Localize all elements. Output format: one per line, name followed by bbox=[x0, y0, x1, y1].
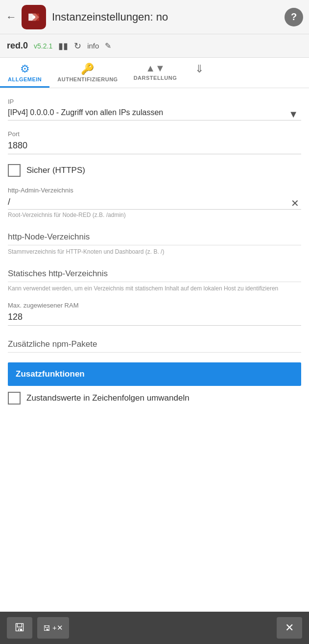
key-icon: 🔑 bbox=[81, 63, 94, 75]
npm-field-group: Zusätzliche npm-Pakete bbox=[8, 335, 301, 353]
tabs-bar: ⚙ ALLGEMEIN 🔑 AUTHENTIFIZIERUNG ▲▼ DARST… bbox=[0, 58, 309, 88]
header-bar: ← Instanzeinstellungen: no ? bbox=[0, 0, 309, 34]
save-close-icon: 🖫 bbox=[43, 624, 50, 632]
static-dir-divider bbox=[8, 282, 301, 282]
edit-button[interactable]: ✎ bbox=[105, 41, 111, 50]
port-input[interactable] bbox=[8, 141, 301, 151]
static-dir-hint: Kann verwendet werden, um ein Verzeichni… bbox=[8, 285, 301, 292]
admin-dir-input-wrapper: ✕ bbox=[8, 197, 301, 210]
close-button[interactable]: ✕ bbox=[277, 617, 302, 639]
ram-input-wrapper bbox=[8, 312, 301, 326]
gear-icon: ⚙ bbox=[20, 63, 30, 75]
static-dir-field-group: Statisches http-Verzeichnis Kann verwend… bbox=[8, 265, 301, 292]
app-logo bbox=[22, 5, 46, 29]
port-input-wrapper bbox=[8, 141, 301, 154]
tab-authentifizierung[interactable]: 🔑 AUTHENTIFIZIERUNG bbox=[49, 58, 125, 88]
save-close-label: +✕ bbox=[52, 623, 63, 632]
node-dir-header: http-Node-Verzeichnis bbox=[8, 228, 301, 242]
node-dir-divider bbox=[8, 245, 301, 245]
clear-icon[interactable]: ✕ bbox=[289, 197, 301, 209]
ram-field-group: Max. zugewiesener RAM bbox=[8, 302, 301, 326]
ip-select-wrapper: [IPv4] 0.0.0.0 - Zugriff von allen IPs z… bbox=[8, 108, 301, 120]
zusatzfunktionen-button[interactable]: Zusatzfunktionen bbox=[8, 362, 301, 386]
tab-darstellung[interactable]: ▲▼ DARSTELLUNG bbox=[126, 58, 185, 88]
npm-header: Zusätzliche npm-Pakete bbox=[8, 335, 301, 349]
page-title: Instanzeinstellungen: no bbox=[52, 11, 285, 24]
save-button[interactable]: 🖫 bbox=[7, 617, 32, 639]
ip-label: IP bbox=[8, 98, 301, 105]
https-checkbox[interactable] bbox=[8, 164, 21, 177]
bottom-checkbox-row: Zustandswerte in Zeichenfolgen umwandeln bbox=[8, 388, 301, 408]
port-field-group: Port bbox=[8, 130, 301, 154]
ip-select[interactable]: [IPv4] 0.0.0.0 - Zugriff von allen IPs z… bbox=[8, 108, 301, 117]
bottom-action-bar: 🖫 🖫 +✕ ✕ bbox=[0, 612, 309, 644]
content-area: IP [IPv4] 0.0.0.0 - Zugriff von allen IP… bbox=[0, 88, 309, 418]
refresh-button[interactable]: ↻ bbox=[74, 41, 81, 51]
version-badge: v5.2.1 bbox=[34, 42, 52, 50]
https-checkbox-row: Sicher (HTTPS) bbox=[8, 164, 301, 177]
tab-authentifizierung-label: AUTHENTIFIZIERUNG bbox=[57, 76, 118, 82]
admin-dir-input[interactable] bbox=[8, 197, 289, 209]
zustandswerte-checkbox[interactable] bbox=[8, 392, 21, 405]
admin-dir-field-group: http-Admin-Verzeichnis ✕ Root-Verzeichni… bbox=[8, 187, 301, 218]
save-close-button[interactable]: 🖫 +✕ bbox=[37, 617, 69, 639]
close-icon: ✕ bbox=[285, 621, 294, 634]
tab-allgemein[interactable]: ⚙ ALLGEMEIN bbox=[0, 58, 49, 88]
ram-input[interactable] bbox=[8, 312, 301, 322]
admin-dir-label: http-Admin-Verzeichnis bbox=[8, 187, 301, 194]
back-button[interactable]: ← bbox=[6, 11, 17, 24]
download-icon: ⇓ bbox=[195, 63, 204, 75]
ram-label: Max. zugewiesener RAM bbox=[8, 302, 301, 309]
tab-extra[interactable]: ⇓ bbox=[185, 58, 214, 88]
tab-allgemein-label: ALLGEMEIN bbox=[8, 76, 42, 82]
help-button[interactable]: ? bbox=[285, 8, 303, 26]
node-dir-field-group: http-Node-Verzeichnis Stammverzeichnis f… bbox=[8, 228, 301, 255]
zustandswerte-label: Zustandswerte in Zeichenfolgen umwandeln bbox=[26, 393, 190, 403]
pause-button[interactable]: ▮▮ bbox=[58, 41, 68, 51]
sub-header: red.0 v5.2.1 ▮▮ ↻ info ✎ bbox=[0, 34, 309, 58]
instance-name: red.0 bbox=[7, 41, 28, 51]
info-button[interactable]: info bbox=[87, 42, 99, 50]
https-label: Sicher (HTTPS) bbox=[26, 166, 85, 175]
darstellung-icon: ▲▼ bbox=[145, 63, 165, 74]
save-icon: 🖫 bbox=[14, 621, 25, 634]
ip-field-group: IP [IPv4] 0.0.0.0 - Zugriff von allen IP… bbox=[8, 98, 301, 120]
port-label: Port bbox=[8, 130, 301, 138]
tab-darstellung-label: DARSTELLUNG bbox=[134, 75, 177, 81]
node-dir-hint: Stammverzeichnis für HTTP-Knoten und Das… bbox=[8, 248, 301, 255]
admin-dir-hint: Root-Verzeichnis für Node-RED (z.B. /adm… bbox=[8, 212, 301, 218]
npm-divider bbox=[8, 352, 301, 353]
static-dir-header: Statisches http-Verzeichnis bbox=[8, 265, 301, 279]
svg-point-1 bbox=[32, 16, 35, 19]
